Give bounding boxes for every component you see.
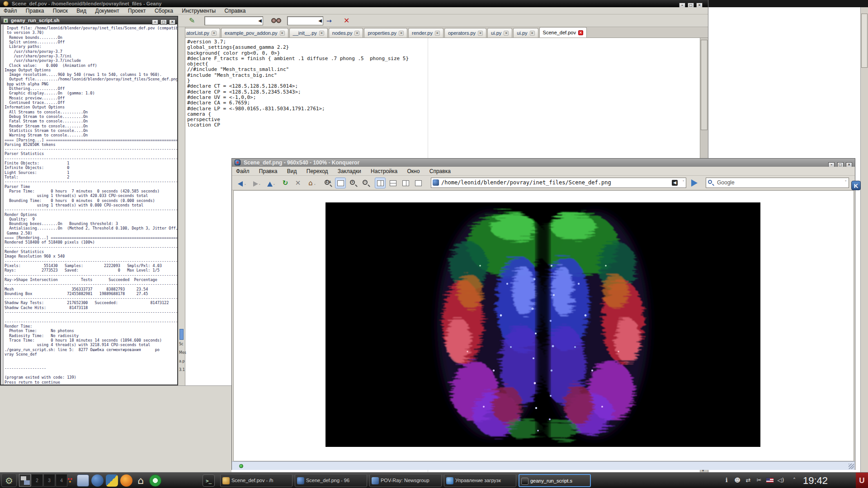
launcher-documents-icon[interactable] bbox=[77, 474, 89, 487]
location-bar[interactable]: /home/leonid/blender/povray/inet_files/S… bbox=[431, 178, 686, 188]
menu-file[interactable]: Файл bbox=[4, 8, 17, 14]
corner-lock-button[interactable]: U bbox=[856, 473, 868, 488]
task-geany-scene-def-pov[interactable]: Scene_def.pov - /h bbox=[220, 474, 292, 487]
chevron-down-icon[interactable]: ˇ bbox=[683, 180, 685, 186]
menu-window[interactable]: Окно bbox=[407, 168, 420, 174]
k-menu-button[interactable]: ⚙ bbox=[1, 474, 17, 487]
split-columns-icon[interactable] bbox=[400, 178, 411, 188]
split-rows-icon[interactable] bbox=[387, 178, 398, 188]
tray-network-icon[interactable]: ⇄ bbox=[744, 476, 752, 484]
tab-close-icon[interactable]: ✕ bbox=[478, 31, 483, 36]
tab-init[interactable]: __init__.py✕ bbox=[289, 28, 328, 38]
tab-example-pov-addon[interactable]: example_pov_addon.py✕ bbox=[221, 28, 288, 38]
task-povray-newsgroup[interactable]: POV-Ray: Newsgroup bbox=[369, 474, 442, 487]
task-download-manager[interactable]: Управление загрузк bbox=[444, 474, 516, 487]
task-konqueror-scene-def-png[interactable]: Scene_def.png - 96 bbox=[295, 474, 367, 487]
tab-ui-1[interactable]: ui.py✕ bbox=[487, 28, 512, 38]
up-icon[interactable]: ˇ bbox=[264, 178, 275, 188]
scrollbar-handle[interactable] bbox=[701, 40, 708, 130]
pager-desktop-1[interactable] bbox=[19, 474, 31, 487]
zoom-in-icon[interactable]: + bbox=[348, 178, 359, 188]
menu-view[interactable]: Вид bbox=[76, 8, 86, 14]
menu-tools[interactable]: Инструменты bbox=[182, 8, 216, 14]
launcher-terminal-icon[interactable]: >_ bbox=[203, 474, 215, 487]
tab-close-icon[interactable]: ✕ bbox=[319, 31, 324, 36]
tab-scene-def-pov[interactable]: Scene_def.pov✕ bbox=[539, 27, 587, 38]
sidebar-scrollbar-handle[interactable] bbox=[179, 329, 184, 340]
detach-view-icon[interactable] bbox=[413, 178, 424, 188]
tab-close-icon[interactable]: ✕ bbox=[504, 31, 509, 36]
zoom-out-icon[interactable]: − bbox=[360, 178, 371, 188]
background-scrollbar[interactable] bbox=[860, 7, 868, 472]
task-geany-run-script[interactable]: geany_run_script.s bbox=[519, 474, 591, 487]
menu-search[interactable]: Поиск bbox=[53, 8, 68, 14]
tab-close-icon[interactable]: ✕ bbox=[280, 31, 285, 36]
keyboard-layout-flag-icon[interactable] bbox=[766, 478, 774, 483]
pager-desktop-3[interactable]: 3 bbox=[43, 474, 55, 487]
minimize-icon[interactable]: – bbox=[152, 19, 158, 25]
stop-icon[interactable]: ✕ bbox=[292, 178, 303, 188]
terminal-output[interactable]: Input file: /home/leonid/blender/povray/… bbox=[5, 26, 177, 384]
menu-help[interactable]: Справка bbox=[429, 168, 451, 174]
launcher-eye-icon[interactable] bbox=[149, 474, 161, 487]
maximize-icon[interactable]: □ bbox=[160, 19, 167, 25]
tray-volume-icon[interactable]: ◁) bbox=[777, 476, 785, 484]
fit-to-page-icon[interactable] bbox=[335, 178, 346, 188]
konqueror-titlebar[interactable]: Scene_def.png - 960x540 - 100% - Konquer… bbox=[232, 159, 855, 167]
geany-titlebar[interactable]: Scene_def.pov - /home/leonid/blender/pov… bbox=[0, 0, 708, 7]
tab-operators[interactable]: operators.py✕ bbox=[444, 28, 486, 38]
scrollbar-handle[interactable] bbox=[861, 14, 868, 68]
pager-desktop-2[interactable]: 2 bbox=[31, 474, 43, 487]
back-icon[interactable]: ˇ bbox=[236, 178, 246, 188]
goto-line-input[interactable]: ◀ bbox=[287, 16, 323, 25]
compile-icon[interactable]: ✎ bbox=[189, 16, 195, 25]
clear-icon[interactable]: ◀ bbox=[318, 18, 322, 23]
clear-location-icon[interactable]: ◀ bbox=[672, 180, 678, 186]
zoom-100-icon[interactable]: 1:1 bbox=[322, 178, 333, 188]
menu-build[interactable]: Сборка bbox=[155, 8, 173, 14]
taskbar-clock[interactable]: 19:42 bbox=[803, 474, 828, 487]
menu-help[interactable]: Справка bbox=[224, 8, 245, 14]
single-view-icon[interactable] bbox=[375, 178, 386, 188]
menu-file[interactable]: Файл bbox=[236, 168, 250, 174]
menu-settings[interactable]: Настройка bbox=[371, 168, 397, 174]
tab-close-icon[interactable]: ✕ bbox=[399, 31, 404, 36]
home-icon[interactable]: ⌂ˇ bbox=[305, 178, 316, 188]
launcher-konqueror-icon[interactable] bbox=[91, 474, 104, 487]
tab-ui-2[interactable]: ui.py✕ bbox=[513, 28, 538, 38]
tray-info-icon[interactable]: ℹ bbox=[722, 476, 731, 484]
clear-icon[interactable]: ◀ bbox=[258, 18, 262, 23]
tray-clipboard-icon[interactable]: ✂ bbox=[755, 476, 763, 484]
resize-grip[interactable] bbox=[849, 464, 854, 469]
search-bar[interactable]: Google ˇ bbox=[706, 178, 849, 188]
chevron-down-icon[interactable]: ˇ bbox=[845, 180, 847, 186]
tab-render[interactable]: render.py✕ bbox=[408, 28, 443, 38]
tab-close-icon[interactable]: ✕ bbox=[435, 31, 440, 36]
menu-edit[interactable]: Правка bbox=[259, 168, 278, 174]
menu-document[interactable]: Документ bbox=[95, 8, 119, 14]
terminal-scrollbar[interactable] bbox=[2, 25, 4, 385]
jump-to-icon[interactable]: → bbox=[326, 16, 332, 25]
menu-view[interactable]: Вид bbox=[287, 168, 297, 174]
launcher-firefox-icon[interactable] bbox=[120, 474, 132, 487]
pager-desktop-4[interactable]: 4 bbox=[56, 474, 67, 487]
menu-bookmarks[interactable]: Закладки bbox=[338, 168, 361, 174]
tray-expand-icon[interactable]: ˄ bbox=[790, 476, 798, 484]
launcher-home-icon[interactable]: ⌂ bbox=[135, 474, 147, 487]
terminal-titlebar[interactable]: x geany_run_script.sh – □ ✕ bbox=[1, 17, 177, 24]
go-icon[interactable] bbox=[691, 179, 698, 187]
tab-close-icon[interactable]: ✕ bbox=[212, 31, 217, 36]
find-icon[interactable] bbox=[271, 18, 281, 23]
menu-go[interactable]: Переход bbox=[307, 168, 328, 174]
tab-properties[interactable]: properties.py✕ bbox=[364, 28, 407, 38]
tab-close-icon[interactable]: ✕ bbox=[530, 31, 535, 36]
tab-close-icon[interactable]: ✕ bbox=[354, 31, 359, 36]
forward-icon[interactable]: ˇ bbox=[250, 178, 261, 188]
close-icon[interactable]: ✕ bbox=[169, 19, 175, 25]
tab-close-icon[interactable]: ✕ bbox=[578, 30, 583, 35]
tray-user-icon[interactable]: ☻ bbox=[733, 476, 741, 484]
tab-atorlist[interactable]: atorList.py✕ bbox=[183, 28, 220, 38]
menu-project[interactable]: Проект bbox=[128, 8, 146, 14]
quit-icon[interactable]: ✕ bbox=[344, 16, 349, 26]
tab-nodes[interactable]: nodes.py✕ bbox=[329, 28, 363, 38]
